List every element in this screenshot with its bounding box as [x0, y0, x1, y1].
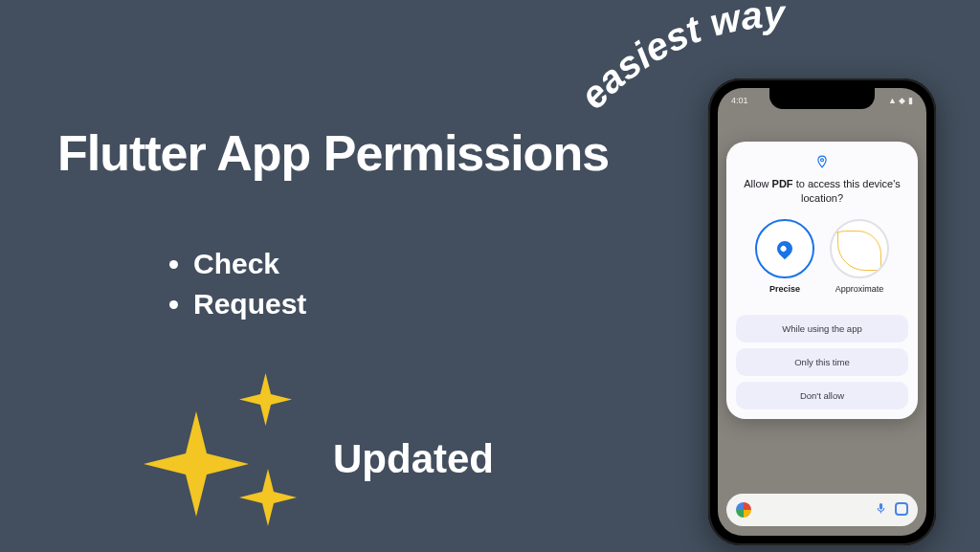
phone-screen: 4:01 ▲ ◆ ▮ Allow PDF to access this devi…	[718, 88, 926, 536]
updated-badge: Updated	[144, 373, 494, 545]
choice-approx-label: Approximate	[835, 284, 884, 294]
updated-label: Updated	[333, 436, 494, 482]
accuracy-choice-row: Precise Approximate	[755, 219, 889, 294]
google-search-bar[interactable]	[726, 494, 918, 526]
list-item: Check	[193, 244, 306, 284]
page-title: Flutter App Permissions	[57, 124, 609, 182]
location-pin-icon	[815, 155, 829, 171]
phone-notch	[769, 88, 875, 109]
status-icons: ▲ ◆ ▮	[888, 96, 913, 105]
allow-once-button[interactable]: Only this time	[736, 348, 908, 376]
phone-mockup: 4:01 ▲ ◆ ▮ Allow PDF to access this devi…	[708, 78, 936, 545]
permission-prompt: Allow PDF to access this device's locati…	[736, 177, 908, 206]
approx-illustration	[830, 219, 889, 278]
feature-list: Check Request	[172, 244, 306, 324]
sparkle-icon	[144, 373, 316, 545]
choice-precise-label: Precise	[769, 284, 800, 294]
precise-illustration	[755, 219, 814, 278]
svg-point-1	[821, 159, 824, 162]
allow-while-using-button[interactable]: While using the app	[736, 315, 908, 342]
google-logo-icon	[736, 502, 751, 518]
choice-precise[interactable]: Precise	[755, 219, 814, 294]
deny-button[interactable]: Don't allow	[736, 382, 908, 409]
choice-approximate[interactable]: Approximate	[830, 219, 889, 294]
status-time: 4:01	[731, 96, 748, 105]
permission-dialog: Allow PDF to access this device's locati…	[726, 142, 918, 419]
list-item: Request	[193, 284, 306, 324]
pin-marker-icon	[774, 237, 796, 259]
lens-icon[interactable]	[895, 502, 908, 516]
mic-icon[interactable]	[875, 502, 887, 518]
